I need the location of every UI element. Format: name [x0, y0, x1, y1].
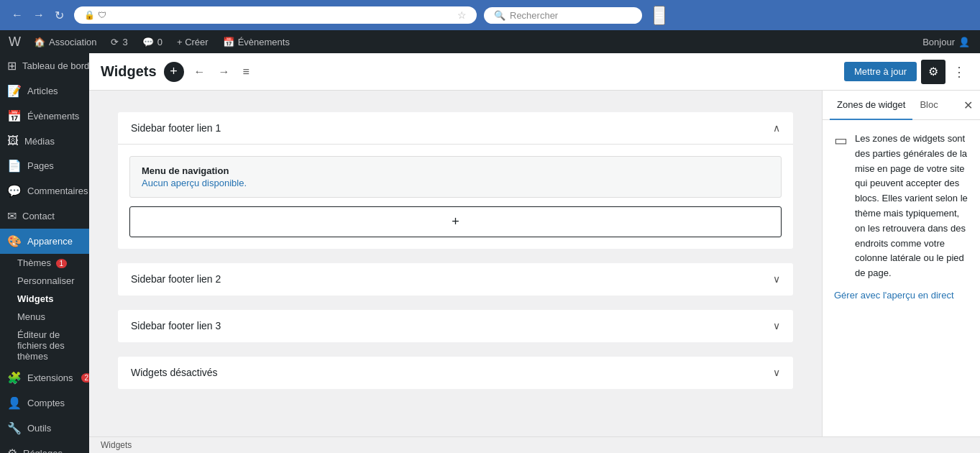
admin-bar-comments[interactable]: 💬 0 [135, 30, 170, 53]
admin-bar-site[interactable]: 🏠 Association [27, 30, 104, 53]
sidebar-submenu-widgets[interactable]: Widgets [0, 290, 89, 308]
appearance-icon: 🎨 [7, 234, 22, 248]
tab-zones-widget[interactable]: Zones de widget [830, 91, 912, 120]
search-bar[interactable]: 🔍 Rechercher [484, 7, 642, 24]
widget-area-footer-2: Sidebar footer lien 2 ∨ [118, 263, 793, 296]
sidebar-item-label: Articles [27, 86, 58, 96]
search-placeholder: Rechercher [510, 10, 558, 21]
forward-button[interactable]: → [30, 7, 47, 24]
list-view-button[interactable]: ≡ [240, 64, 252, 80]
add-widget-button[interactable]: + [164, 62, 184, 82]
media-icon: 🖼 [7, 134, 19, 147]
widget-area-header-footer-2[interactable]: Sidebar footer lien 2 ∨ [118, 263, 793, 296]
chevron-down-icon: ∨ [773, 367, 780, 378]
comments-icon: 💬 [7, 184, 22, 198]
extensions-badge: 2 [81, 373, 89, 383]
browser-nav-buttons: ← → ↻ [9, 7, 67, 24]
sidebar-submenu-themes[interactable]: Thèmes 1 [0, 254, 89, 272]
sidebar-item-extensions[interactable]: 🧩 Extensions 2 [0, 365, 89, 390]
widget-area-header-footer-1[interactable]: Sidebar footer lien 1 ∧ [118, 112, 793, 145]
update-button[interactable]: Mettre à jour [844, 62, 917, 81]
sidebar-item-appearance[interactable]: 🎨 Apparence [0, 229, 89, 254]
sidebar-item-label: Pages [27, 160, 54, 171]
bookmark-icon[interactable]: ☆ [457, 9, 467, 21]
admin-bar-hello[interactable]: Bonjour 👤 [915, 30, 977, 53]
refresh-button[interactable]: ↻ [52, 7, 67, 24]
manage-preview-link[interactable]: Gérer avec l'aperçu en direct [834, 290, 968, 301]
widget-area-title: Sidebar footer lien 3 [131, 320, 221, 331]
widget-area-title: Sidebar footer lien 1 [131, 122, 221, 134]
wp-logo[interactable]: W [3, 35, 27, 50]
widgets-body: Sidebar footer lien 1 ∧ Menu de navigati… [89, 91, 980, 436]
tab-bloc-label: Bloc [920, 99, 938, 110]
browser-bar: ← → ↻ 🔒 🛡 ☆ 🔍 Rechercher ≡ [0, 0, 980, 30]
redo-button[interactable]: → [216, 64, 233, 80]
sidebar-item-articles[interactable]: 📝 Articles [0, 78, 89, 104]
widget-area-header-footer-3[interactable]: Sidebar footer lien 3 ∨ [118, 310, 793, 342]
page-title: Widgets [101, 63, 157, 80]
sidebar-item-comments[interactable]: 💬 Commentaires [0, 178, 89, 203]
header-right: Mettre à jour ⚙ ⋮ [844, 60, 968, 84]
comments-icon: 💬 [142, 37, 154, 47]
widget-block-title: Menu de navigation [142, 165, 769, 176]
contact-icon: ✉ [7, 209, 17, 223]
lock-icon: 🔒 [84, 10, 95, 20]
sidebar-item-media[interactable]: 🖼 Médias [0, 129, 89, 153]
sidebar-submenu-menus[interactable]: Menus [0, 308, 89, 326]
events-icon: 📅 [7, 109, 22, 123]
browser-menu-button[interactable]: ≡ [654, 6, 665, 25]
dashboard-icon: ⊞ [7, 59, 17, 73]
close-panel-button[interactable]: ✕ [963, 99, 973, 112]
admin-bar-updates[interactable]: ⟳ 3 [104, 30, 134, 53]
extensions-icon: 🧩 [7, 371, 22, 385]
sidebar-item-contact[interactable]: ✉ Contact [0, 203, 89, 229]
more-options-button[interactable]: ⋮ [950, 64, 968, 80]
chevron-up-icon: ∧ [773, 122, 780, 134]
comments-count: 0 [157, 37, 162, 47]
add-block-button[interactable]: + [129, 206, 782, 237]
sidebar-item-label: Tableau de bord [22, 60, 89, 71]
widget-area-footer-3: Sidebar footer lien 3 ∨ [118, 310, 793, 342]
sidebar-item-label: Comptes [27, 398, 65, 408]
address-bar[interactable]: 🔒 🛡 ☆ [74, 6, 477, 24]
widgets-canvas: Sidebar footer lien 1 ∧ Menu de navigati… [89, 91, 822, 436]
articles-icon: 📝 [7, 84, 22, 98]
file-editor-label: Éditeur de fichiers des thèmes [17, 329, 65, 362]
pages-icon: 📄 [7, 159, 22, 173]
widget-block-subtitle: Aucun aperçu disponible. [142, 178, 769, 188]
sidebar-item-label: Commentaires [27, 186, 88, 196]
sidebar-item-pages[interactable]: 📄 Pages [0, 153, 89, 178]
events-label: Évènements [238, 37, 290, 47]
sidebar-submenu-file-editor[interactable]: Éditeur de fichiers des thèmes [0, 326, 89, 365]
widget-area-body-footer-1: Menu de navigation Aucun aperçu disponib… [118, 145, 793, 249]
sidebar-submenu-customize[interactable]: Personnaliser [0, 272, 89, 290]
page-breadcrumb: Widgets [89, 436, 980, 453]
accounts-icon: 👤 [7, 396, 22, 410]
sidebar-item-label: Extensions [27, 372, 73, 383]
tools-icon: 🔧 [7, 421, 22, 435]
sidebar-item-tools[interactable]: 🔧 Outils [0, 416, 89, 441]
sidebar-item-settings[interactable]: ⚙ Réglages [0, 441, 89, 453]
widget-area-desactives: Widgets désactivés ∨ [118, 357, 793, 389]
search-icon: 🔍 [494, 10, 505, 21]
tab-bloc[interactable]: Bloc [912, 91, 945, 120]
widget-area-title: Sidebar footer lien 2 [131, 273, 221, 285]
right-panel-tabs: Zones de widget Bloc ✕ [823, 91, 980, 120]
settings-button[interactable]: ⚙ [921, 60, 945, 84]
admin-bar-events[interactable]: 📅 Évènements [216, 30, 297, 53]
hello-text: Bonjour [922, 37, 955, 47]
widget-area-header-desactives[interactable]: Widgets désactivés ∨ [118, 357, 793, 389]
themes-badge: 1 [56, 259, 68, 268]
settings-icon: ⚙ [7, 447, 17, 453]
site-name: Association [49, 37, 96, 47]
sidebar-item-dashboard[interactable]: ⊞ Tableau de bord [0, 53, 89, 78]
sidebar-item-events[interactable]: 📅 Évènements [0, 104, 89, 129]
undo-button[interactable]: ← [191, 64, 209, 80]
back-button[interactable]: ← [9, 7, 26, 24]
right-panel-body: ▭ Les zones de widgets sont des parties … [823, 120, 980, 436]
admin-bar-create[interactable]: + Créer [170, 30, 216, 53]
widgets-label: Widgets [17, 293, 53, 304]
sidebar-item-accounts[interactable]: 👤 Comptes [0, 390, 89, 416]
customize-label: Personnaliser [17, 275, 75, 286]
wp-admin-bar: W 🏠 Association ⟳ 3 💬 0 + Créer 📅 Évènem… [0, 30, 980, 53]
